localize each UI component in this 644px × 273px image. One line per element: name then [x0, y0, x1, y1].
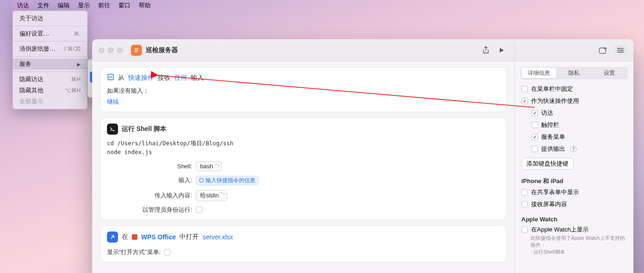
- workflow-canvas: 从 快速操作 接收 任何 输入 如果没有输入： 继续 运行 Shell 脚本 c…: [92, 61, 514, 273]
- menu-hide-others[interactable]: 隐藏其他⌥⌘H: [13, 85, 87, 96]
- ck-services-menu[interactable]: [532, 134, 538, 140]
- shortcut-app-icon: [131, 45, 142, 56]
- terminal-icon: [107, 124, 118, 135]
- ck-finder[interactable]: [532, 110, 538, 116]
- menu-help[interactable]: 帮助: [135, 0, 155, 11]
- card-open-file: 在 WPS Office 中打开 server.xlsx 显示“打开方式”菜单:: [100, 226, 506, 262]
- ck-pin-menubar[interactable]: [521, 86, 528, 92]
- menu-go[interactable]: 前往: [94, 0, 114, 11]
- link-wps-app[interactable]: WPS Office: [141, 233, 176, 241]
- open-app-icon: [107, 231, 118, 243]
- menubar: 访达 文件 编辑 显示 前往 窗口 帮助: [0, 0, 644, 11]
- ck-use-quick[interactable]: [521, 98, 528, 104]
- section-ios: iPhone 和 iPad: [515, 170, 633, 188]
- section-watch: Apple Watch: [515, 208, 633, 226]
- card-shell-title: 运行 Shell 脚本: [122, 125, 166, 133]
- svg-point-5: [618, 47, 620, 49]
- svg-rect-4: [599, 48, 606, 53]
- select-shell[interactable]: bash: [196, 161, 222, 171]
- ck-provide-output[interactable]: [532, 146, 538, 152]
- ck-recv-screen[interactable]: [521, 201, 528, 208]
- menu-view[interactable]: 显示: [74, 0, 94, 11]
- select-pass-as[interactable]: 给stdin: [196, 190, 227, 201]
- window-title: 巡检服务器: [146, 46, 178, 54]
- chip-shortcut-input[interactable]: 输入快捷指令的信息: [196, 176, 259, 185]
- card-run-shell: 运行 Shell 脚本 cd /Users/lihai/Desktop/项目/B…: [100, 118, 506, 220]
- shell-script-content[interactable]: cd /Users/lihai/Desktop/项目/Blog/ssh node…: [107, 139, 500, 157]
- btn-add-shortcut[interactable]: 添加键盘快捷键: [521, 158, 573, 170]
- menu-preferences[interactable]: 偏好设置…⌘,: [13, 28, 87, 39]
- ck-watch-show[interactable]: [521, 226, 528, 233]
- link-quick-action[interactable]: 快速操作: [128, 74, 154, 82]
- link-continue[interactable]: 继续: [107, 98, 119, 105]
- menu-services[interactable]: 服务▶: [13, 59, 87, 70]
- checkbox-admin[interactable]: [196, 207, 202, 213]
- traffic-zoom[interactable]: [117, 47, 123, 53]
- ck-share-sheet[interactable]: [521, 189, 528, 196]
- wps-icon: [132, 234, 137, 240]
- menu-empty-trash[interactable]: 清倒废纸篓…⇧⌘⌫: [13, 43, 87, 54]
- svg-rect-9: [200, 178, 203, 182]
- titlebar: 巡检服务器: [92, 39, 514, 61]
- svg-rect-10: [132, 234, 137, 240]
- card-receive-input: 从 快速操作 接收 任何 输入 如果没有输入： 继续: [100, 68, 506, 112]
- ck-touchbar[interactable]: [532, 122, 538, 128]
- menu-edit[interactable]: 编辑: [53, 0, 74, 11]
- menu-window[interactable]: 窗口: [114, 0, 135, 11]
- seg-settings[interactable]: 设置: [592, 68, 627, 78]
- share-icon[interactable]: [479, 45, 492, 55]
- chevron-right-icon: ▶: [77, 62, 81, 67]
- seg-details[interactable]: 详细信息: [521, 68, 556, 78]
- menu-file[interactable]: 文件: [33, 0, 53, 11]
- menu-hide-finder[interactable]: 隐藏访达⌘H: [13, 74, 87, 85]
- menu-about-finder[interactable]: 关于访达: [13, 13, 87, 24]
- inspector-panel: 详细信息 隐私 设置 在菜单栏中固定 作为快速操作使用 访达 触控栏 服务菜单 …: [514, 61, 633, 273]
- seg-privacy[interactable]: 隐私: [556, 68, 591, 78]
- checkbox-show-open-with[interactable]: [164, 249, 171, 255]
- svg-point-6: [621, 49, 622, 51]
- input-type-icon: [107, 73, 114, 82]
- link-file[interactable]: server.xlsx: [202, 233, 233, 241]
- watch-note: 此快捷指令使用了Apple Watch上不支持的操作：· 运行Shell脚本: [515, 234, 633, 257]
- settings-sliders-icon[interactable]: [614, 45, 627, 55]
- svg-point-7: [619, 51, 620, 53]
- link-any[interactable]: 任何: [174, 74, 187, 82]
- menu-finder[interactable]: 访达: [13, 0, 33, 11]
- add-action-icon[interactable]: [597, 45, 609, 55]
- menu-show-all: 全部显示: [13, 96, 87, 107]
- inspector-segmented[interactable]: 详细信息 隐私 设置: [520, 67, 628, 79]
- shortcuts-editor-window: 巡检服务器: [92, 39, 633, 273]
- traffic-minimize[interactable]: [108, 47, 113, 53]
- play-icon[interactable]: [495, 45, 508, 55]
- finder-dropdown: 关于访达 偏好设置…⌘, 清倒废纸篓…⇧⌘⌫ 服务▶ 隐藏访达⌘H 隐藏其他⌥⌘…: [12, 11, 88, 109]
- help-icon[interactable]: ?: [570, 146, 577, 152]
- no-input-label: 如果没有输入：: [107, 87, 500, 95]
- traffic-close[interactable]: [99, 47, 104, 53]
